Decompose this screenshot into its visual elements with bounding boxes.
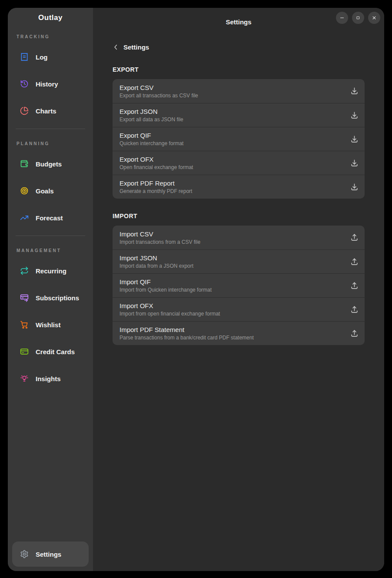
settings-row-import-json[interactable]: Import JSONImport data from a JSON expor…: [113, 249, 365, 273]
sidebar-item-label: Log: [36, 53, 48, 61]
sidebar-item-label: Wishlist: [36, 321, 60, 329]
download-icon[interactable]: [349, 110, 359, 120]
repeat-icon: [20, 266, 29, 275]
row-subtitle: Generate a monthly PDF report: [120, 188, 343, 194]
lightbulb-icon: [20, 374, 29, 383]
sidebar-divider: [16, 236, 85, 236]
upload-icon[interactable]: [349, 233, 359, 242]
sidebar-item-wishlist[interactable]: Wishlist: [8, 311, 93, 338]
row-subtitle: Parse transactions from a bank/credit ca…: [120, 335, 343, 341]
sidebar-item-label: Settings: [36, 551, 61, 558]
settings-row-export-csv[interactable]: Export CSVExport all transactions as CSV…: [113, 79, 365, 103]
trending-up-icon: [20, 213, 29, 222]
row-subtitle: Import transactions from a CSV file: [120, 239, 343, 245]
row-title: Export QIF: [120, 132, 343, 139]
row-title: Export PDF Report: [120, 179, 343, 187]
upload-icon[interactable]: [349, 257, 359, 266]
sidebar-section-label: PLANNING: [17, 141, 93, 146]
sidebar: Outlay TRACKINGLogHistoryChartsPLANNINGB…: [8, 8, 93, 571]
download-icon[interactable]: [349, 158, 359, 168]
settings-row-export-ofx[interactable]: Export OFXOpen financial exchange format: [113, 151, 365, 175]
settings-content: Settings EXPORTExport CSVExport all tran…: [93, 36, 384, 345]
sidebar-section-label: TRACKING: [17, 34, 93, 39]
app-title: Outlay: [8, 8, 93, 22]
window-controls: [336, 12, 380, 24]
row-title: Export JSON: [120, 108, 343, 115]
sidebar-item-history[interactable]: History: [8, 70, 93, 97]
maximize-button[interactable]: [352, 12, 364, 24]
main-panel: Settings Settings EXPORTExport CSVExport…: [93, 8, 384, 571]
settings-row-export-pdf-report[interactable]: Export PDF ReportGenerate a monthly PDF …: [113, 175, 365, 199]
sidebar-item-label: Charts: [36, 107, 56, 115]
download-icon[interactable]: [349, 134, 359, 144]
back-navigation[interactable]: Settings: [113, 42, 365, 52]
sidebar-item-label: Subscriptions: [36, 294, 79, 302]
row-title: Export CSV: [120, 84, 343, 91]
row-subtitle: Import from Quicken interchange format: [120, 287, 343, 293]
sidebar-item-credit-cards[interactable]: Credit Cards: [8, 338, 93, 365]
import-card: Import CSVImport transactions from a CSV…: [113, 226, 365, 345]
section-heading-export: EXPORT: [113, 66, 365, 73]
pie-chart-icon: [20, 106, 29, 115]
sidebar-item-budgets[interactable]: Budgets: [8, 150, 93, 177]
sidebar-item-goals[interactable]: Goals: [8, 177, 93, 204]
settings-row-import-pdf-statement[interactable]: Import PDF StatementParse transactions f…: [113, 321, 365, 345]
chevron-left-icon: [113, 44, 119, 50]
sidebar-item-charts[interactable]: Charts: [8, 97, 93, 124]
row-subtitle: Import from open financial exchange form…: [120, 311, 343, 317]
minimize-icon: [339, 15, 345, 21]
row-title: Import CSV: [120, 230, 343, 238]
card-arrow-icon: [20, 293, 29, 302]
download-icon[interactable]: [349, 182, 359, 192]
section-heading-import: IMPORT: [113, 213, 365, 219]
row-title: Import PDF Statement: [120, 326, 343, 333]
receipt-icon: [20, 53, 29, 61]
sidebar-item-label: Goals: [36, 187, 54, 195]
sidebar-item-log[interactable]: Log: [8, 43, 93, 70]
row-subtitle: Open financial exchange format: [120, 164, 343, 170]
row-subtitle: Export all data as JSON file: [120, 116, 343, 123]
sidebar-item-recurring[interactable]: Recurring: [8, 257, 93, 284]
sidebar-item-label: Budgets: [36, 160, 62, 168]
credit-card-icon: [20, 347, 29, 356]
settings-row-import-ofx[interactable]: Import OFXImport from open financial exc…: [113, 297, 365, 321]
close-icon: [371, 15, 377, 21]
history-icon: [20, 80, 29, 88]
settings-row-import-csv[interactable]: Import CSVImport transactions from a CSV…: [113, 226, 365, 249]
settings-row-export-qif[interactable]: Export QIFQuicken interchange format: [113, 127, 365, 151]
row-title: Import QIF: [120, 278, 343, 286]
app-window: Outlay TRACKINGLogHistoryChartsPLANNINGB…: [8, 8, 384, 571]
upload-icon[interactable]: [349, 305, 359, 314]
page-title: Settings: [226, 18, 251, 26]
row-title: Import JSON: [120, 254, 343, 262]
cart-icon: [20, 320, 29, 329]
sidebar-section-label: MANAGEMENT: [17, 248, 93, 253]
sidebar-item-label: Forecast: [36, 214, 63, 222]
sidebar-item-label: Insights: [36, 375, 61, 382]
export-card: Export CSVExport all transactions as CSV…: [113, 79, 365, 199]
sidebar-item-label: History: [36, 80, 58, 88]
sidebar-item-settings[interactable]: Settings: [12, 541, 89, 567]
sidebar-item-forecast[interactable]: Forecast: [8, 204, 93, 231]
settings-row-import-qif[interactable]: Import QIFImport from Quicken interchang…: [113, 273, 365, 297]
row-subtitle: Export all transactions as CSV file: [120, 93, 343, 99]
settings-sections: EXPORTExport CSVExport all transactions …: [113, 66, 365, 345]
upload-icon[interactable]: [349, 281, 359, 290]
sidebar-divider: [16, 129, 85, 129]
row-subtitle: Quicken interchange format: [120, 140, 343, 146]
title-bar: Settings: [93, 8, 384, 36]
sidebar-sections: TRACKINGLogHistoryChartsPLANNINGBudgetsG…: [8, 22, 93, 392]
sidebar-item-label: Recurring: [36, 267, 66, 275]
close-button[interactable]: [368, 12, 380, 24]
row-subtitle: Import data from a JSON export: [120, 263, 343, 269]
minimize-button[interactable]: [336, 12, 348, 24]
download-icon[interactable]: [349, 86, 359, 96]
settings-row-export-json[interactable]: Export JSONExport all data as JSON file: [113, 103, 365, 127]
row-title: Export OFX: [120, 156, 343, 163]
target-icon: [20, 186, 29, 195]
upload-icon[interactable]: [349, 329, 359, 338]
sidebar-item-insights[interactable]: Insights: [8, 365, 93, 392]
breadcrumb: Settings: [123, 43, 149, 51]
sidebar-item-label: Credit Cards: [36, 348, 75, 355]
sidebar-item-subscriptions[interactable]: Subscriptions: [8, 284, 93, 311]
